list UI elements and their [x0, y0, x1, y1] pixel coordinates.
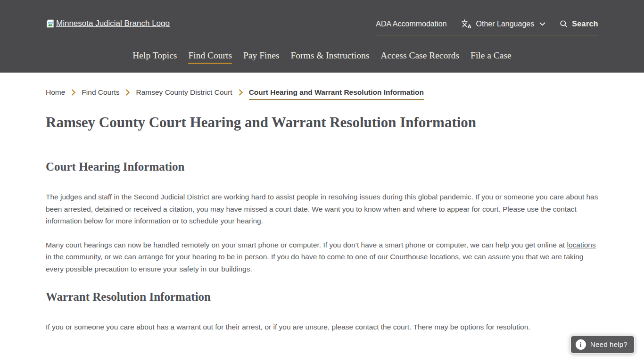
need-help-button[interactable]: i Need help?: [570, 336, 635, 354]
main-nav: Help Topics Find Courts Pay Fines Forms …: [46, 50, 598, 64]
site-logo-link[interactable]: Minnesota Judicial Branch Logo: [46, 19, 170, 28]
paragraph-text: , or we can arrange for your hearing to …: [46, 253, 583, 273]
breadcrumb: Home Find Courts Ramsey County District …: [46, 88, 598, 97]
other-languages-dropdown[interactable]: A Other Languages: [461, 19, 546, 29]
nav-item-find-courts[interactable]: Find Courts: [188, 50, 232, 64]
section-heading-court-hearing: Court Hearing Information: [46, 160, 598, 173]
search-button[interactable]: Search: [560, 20, 598, 28]
court-hearing-paragraph-1: The judges and staff in the Second Judic…: [46, 191, 598, 227]
ada-accommodation-label: ADA Accommodation: [376, 20, 446, 28]
breadcrumb-chevron-icon: [71, 89, 75, 96]
breadcrumb-find-courts[interactable]: Find Courts: [82, 88, 119, 97]
nav-item-file-a-case[interactable]: File a Case: [471, 50, 512, 64]
chevron-down-icon: [539, 22, 545, 26]
paragraph-text: Many court hearings can now be handled r…: [46, 241, 567, 249]
court-hearing-paragraph-2: Many court hearings can now be handled r…: [46, 239, 598, 275]
search-icon: [560, 20, 568, 28]
breadcrumb-current-page[interactable]: Court Hearing and Warrant Resolution Inf…: [249, 88, 424, 100]
breadcrumb-chevron-icon: [239, 89, 243, 96]
site-header: Minnesota Judicial Branch Logo ADA Accom…: [0, 0, 644, 73]
search-label: Search: [572, 20, 598, 28]
warrant-resolution-paragraph-1: If you or someone you care about has a w…: [46, 321, 598, 333]
broken-image-icon: [46, 19, 55, 28]
nav-item-forms-instructions[interactable]: Forms & Instructions: [290, 50, 369, 64]
nav-item-pay-fines[interactable]: Pay Fines: [243, 50, 279, 64]
main-content: Ramsey County Court Hearing and Warrant …: [46, 114, 598, 333]
svg-text:A: A: [467, 24, 471, 29]
utility-bar: ADA Accommodation A Other Languages: [376, 19, 598, 35]
site-logo-alt-text: Minnesota Judicial Branch Logo: [56, 19, 170, 28]
section-heading-warrant-resolution: Warrant Resolution Information: [46, 290, 598, 304]
info-icon: i: [576, 339, 586, 350]
nav-item-access-case-records[interactable]: Access Case Records: [380, 50, 459, 64]
breadcrumb-home[interactable]: Home: [46, 88, 65, 97]
breadcrumb-ramsey-county-district-court[interactable]: Ramsey County District Court: [136, 88, 232, 97]
page-title: Ramsey County Court Hearing and Warrant …: [46, 114, 598, 131]
need-help-label: Need help?: [590, 340, 627, 349]
translate-icon: A: [461, 19, 472, 29]
other-languages-label: Other Languages: [476, 20, 535, 28]
breadcrumb-chevron-icon: [125, 89, 130, 96]
nav-item-help-topics[interactable]: Help Topics: [132, 50, 177, 64]
ada-accommodation-link[interactable]: ADA Accommodation: [376, 20, 446, 28]
